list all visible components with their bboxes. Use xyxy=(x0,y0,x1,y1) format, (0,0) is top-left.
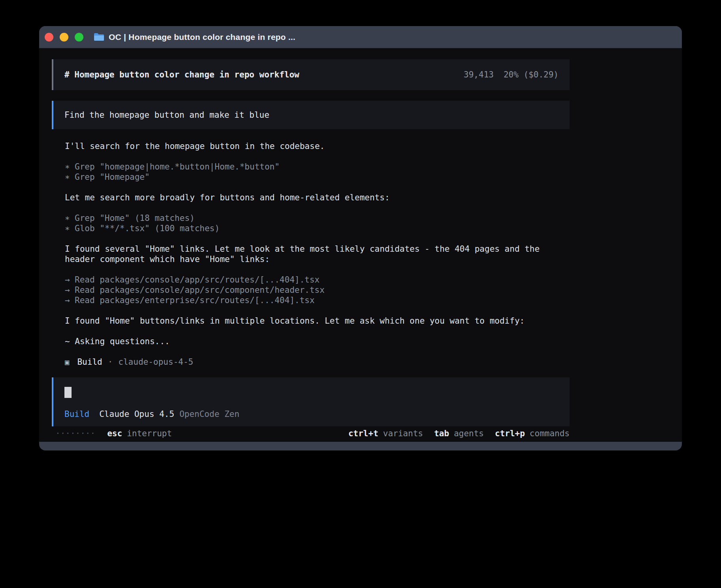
tool-call-group: ∗ Grep "homepage|home.*button|Home.*butt… xyxy=(65,162,556,182)
terminal-window: OC | Homepage button color change in rep… xyxy=(39,26,682,450)
dot-separator: · xyxy=(108,357,113,367)
window-controls xyxy=(45,33,83,41)
prompt-input[interactable]: Build Claude Opus 4.5 OpenCode Zen xyxy=(52,377,570,426)
close-button[interactable] xyxy=(45,33,53,41)
shortcut-label: variants xyxy=(383,429,423,438)
asterisk-icon: ∗ xyxy=(65,162,75,172)
esc-key-hint: esc xyxy=(107,429,122,438)
tool-call-read[interactable]: → Read packages/enterprise/src/routes/[.… xyxy=(65,295,556,305)
agent-square-icon: ▣ xyxy=(65,357,69,367)
agent-mode-label[interactable]: Build xyxy=(64,409,89,419)
shortcut-key: ctrl+t xyxy=(348,429,378,438)
titlebar[interactable]: OC | Homepage button color change in rep… xyxy=(39,26,682,48)
status-bar: ········ esc interrupt ctrl+t variants t… xyxy=(52,427,570,440)
tool-call-read[interactable]: → Read packages/console/app/src/routes/[… xyxy=(65,275,556,285)
asking-questions-status: ~ Asking questions... xyxy=(65,336,556,347)
session-title: # Homepage button color change in repo w… xyxy=(64,70,299,79)
zoom-button[interactable] xyxy=(75,33,83,41)
assistant-message: Let me search more broadly for buttons a… xyxy=(65,192,556,203)
input-meta: Build Claude Opus 4.5 OpenCode Zen xyxy=(64,409,559,419)
arrow-right-icon: → xyxy=(65,295,75,305)
agent-badge: ▣ Build · claude-opus-4-5 xyxy=(65,357,556,367)
tool-call-text: Glob "**/*.tsx" (100 matches) xyxy=(75,223,220,234)
user-message: Find the homepage button and make it blu… xyxy=(52,101,570,129)
text-cursor xyxy=(64,387,72,398)
tool-call-read[interactable]: → Read packages/console/app/src/componen… xyxy=(65,285,556,295)
shortcut-hints: ctrl+t variants tab agents ctrl+p comman… xyxy=(348,429,570,438)
assistant-message: I'll search for the homepage button in t… xyxy=(65,141,556,151)
shortcut-variants: ctrl+t variants xyxy=(348,429,423,438)
tool-call-group: → Read packages/console/app/src/routes/[… xyxy=(65,275,556,305)
tool-call-text: Read packages/console/app/src/component/… xyxy=(75,285,325,295)
session-stats: 39,413 20% ($0.29) xyxy=(464,70,559,79)
tool-call-text: Read packages/enterprise/src/routes/[...… xyxy=(75,295,315,305)
tool-call-grep[interactable]: ∗ Grep "Homepage" xyxy=(65,172,556,182)
terminal-content: # Homepage button color change in repo w… xyxy=(39,48,682,442)
token-count: 39,413 xyxy=(464,70,494,79)
session-header: # Homepage button color change in repo w… xyxy=(52,59,570,90)
folder-icon xyxy=(94,33,104,41)
shortcut-key: tab xyxy=(434,429,449,438)
assistant-message: I found several "Home" links. Let me loo… xyxy=(65,244,556,264)
asterisk-icon: ∗ xyxy=(65,223,75,234)
shortcut-label: agents xyxy=(454,429,484,438)
user-message-text: Find the homepage button and make it blu… xyxy=(64,110,269,120)
tool-call-grep[interactable]: ∗ Grep "Home" (18 matches) xyxy=(65,213,556,223)
window-title: OC | Homepage button color change in rep… xyxy=(109,32,295,42)
tool-call-text: Grep "homepage|home.*button|Home.*button… xyxy=(75,162,279,172)
arrow-right-icon: → xyxy=(65,285,75,295)
minimize-button[interactable] xyxy=(60,33,68,41)
shortcut-key: ctrl+p xyxy=(495,429,525,438)
shortcut-commands: ctrl+p commands xyxy=(495,429,570,438)
provider-label: OpenCode Zen xyxy=(179,409,240,419)
assistant-transcript: I'll search for the homepage button in t… xyxy=(65,141,556,367)
model-label[interactable]: Claude Opus 4.5 xyxy=(99,409,174,419)
tool-call-text: Grep "Home" (18 matches) xyxy=(75,213,194,223)
agent-name: Build xyxy=(77,357,102,367)
arrow-right-icon: → xyxy=(65,275,75,285)
asterisk-icon: ∗ xyxy=(65,172,75,182)
agent-model: claude-opus-4-5 xyxy=(118,357,193,367)
tool-call-group: ∗ Grep "Home" (18 matches) ∗ Glob "**/*.… xyxy=(65,213,556,234)
asterisk-icon: ∗ xyxy=(65,213,75,223)
spinner-dots: ········ xyxy=(55,429,95,438)
tool-call-grep[interactable]: ∗ Grep "homepage|home.*button|Home.*butt… xyxy=(65,162,556,172)
tool-call-text: Read packages/console/app/src/routes/[..… xyxy=(75,275,320,285)
assistant-message: I found "Home" buttons/links in multiple… xyxy=(65,316,556,326)
context-cost: 20% ($0.29) xyxy=(504,70,559,79)
tool-call-glob[interactable]: ∗ Glob "**/*.tsx" (100 matches) xyxy=(65,223,556,234)
esc-key-label: interrupt xyxy=(127,429,172,438)
shortcut-agents: tab agents xyxy=(434,429,484,438)
shortcut-label: commands xyxy=(530,429,570,438)
tool-call-text: Grep "Homepage" xyxy=(75,172,150,182)
